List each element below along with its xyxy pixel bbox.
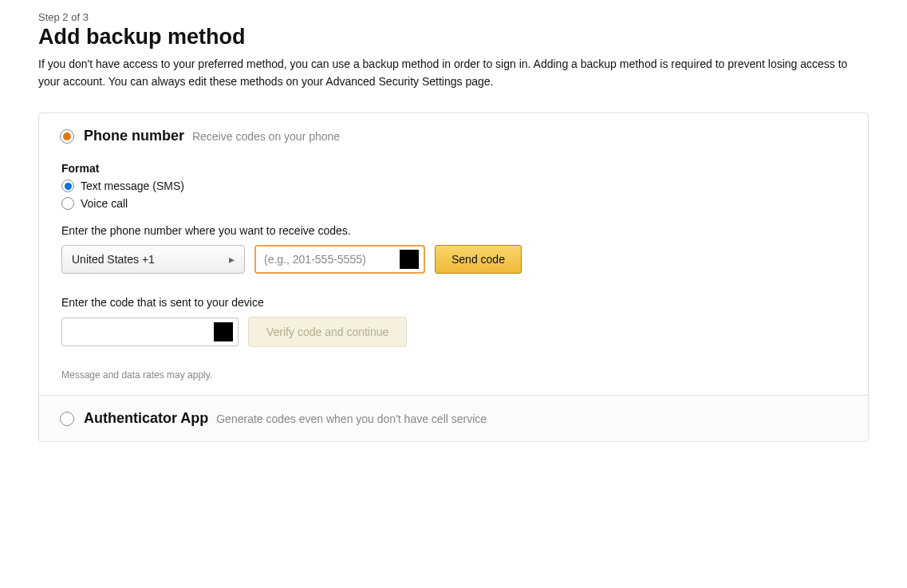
authapp-subtitle: Generate codes even when you don't have … bbox=[216, 412, 487, 425]
chevron-down-icon: ▸ bbox=[229, 253, 235, 266]
format-sms-label: Text message (SMS) bbox=[81, 180, 184, 192]
phone-input-wrap bbox=[254, 245, 425, 274]
phone-section: Phone number Receive codes on your phone… bbox=[39, 113, 868, 395]
phone-subtitle: Receive codes on your phone bbox=[192, 130, 340, 143]
code-input-indicator bbox=[214, 322, 233, 341]
page-title: Add backup method bbox=[38, 25, 869, 49]
authapp-title: Authenticator App bbox=[84, 410, 208, 426]
rates-fineprint: Message and data rates may apply. bbox=[61, 369, 847, 381]
step-indicator: Step 2 of 3 bbox=[38, 11, 869, 23]
code-input-wrap bbox=[61, 318, 239, 346]
phone-input[interactable] bbox=[256, 247, 400, 272]
format-sms-option[interactable]: Text message (SMS) bbox=[61, 180, 847, 192]
format-voice-label: Voice call bbox=[81, 197, 128, 210]
phone-input-indicator bbox=[400, 250, 419, 269]
phone-radio[interactable] bbox=[60, 129, 74, 144]
enter-number-prompt: Enter the phone number where you want to… bbox=[61, 224, 847, 237]
send-code-button[interactable]: Send code bbox=[435, 245, 522, 274]
page-intro: If you don't have access to your preferr… bbox=[38, 56, 868, 90]
format-voice-radio[interactable] bbox=[61, 197, 74, 210]
methods-card: Phone number Receive codes on your phone… bbox=[38, 112, 869, 442]
format-voice-option[interactable]: Voice call bbox=[61, 197, 847, 210]
code-input[interactable] bbox=[62, 318, 214, 345]
verify-button: Verify code and continue bbox=[248, 317, 407, 347]
authapp-section[interactable]: Authenticator App Generate codes even wh… bbox=[39, 395, 868, 441]
format-sms-radio[interactable] bbox=[61, 180, 74, 192]
phone-title: Phone number bbox=[84, 128, 184, 144]
format-label: Format bbox=[61, 162, 847, 175]
country-select[interactable]: United States +1 ▸ bbox=[61, 245, 245, 274]
authapp-radio[interactable] bbox=[60, 412, 74, 426]
enter-code-prompt: Enter the code that is sent to your devi… bbox=[61, 296, 847, 309]
country-selected-label: United States +1 bbox=[72, 253, 155, 266]
